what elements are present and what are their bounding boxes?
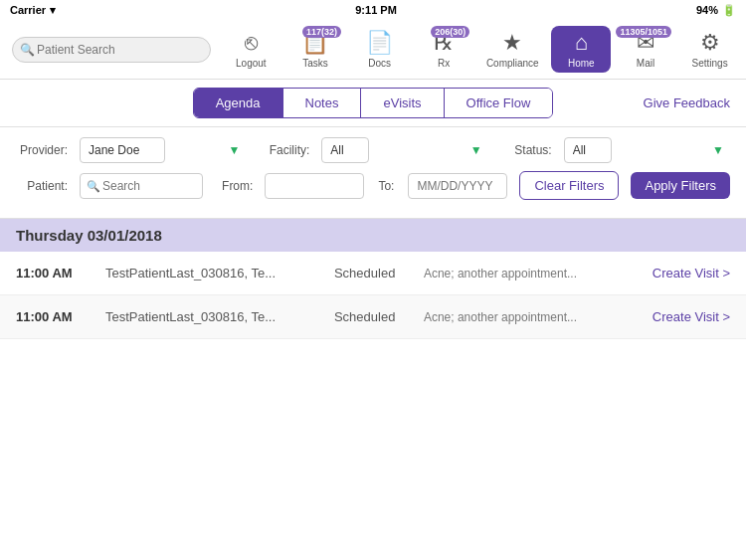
appointment-note: Acne; another appointment... [424,310,653,324]
create-visit-link[interactable]: Create Visit > [653,309,730,324]
nav-items: ⎋Logout117(32)📋Tasks📄Docs206(30)℞Rx★Comp… [219,26,742,73]
logout-icon: ⎋ [245,30,258,56]
nav-label-tasks: Tasks [302,58,328,69]
patient-search-icon: 🔍 [87,179,100,192]
nav-item-docs[interactable]: 📄Docs [350,26,410,73]
search-icon: 🔍 [20,43,35,57]
provider-select[interactable]: Jane Doe [80,137,165,163]
from-date-input[interactable]: 03/01/2018 [265,173,364,199]
nav-item-tasks[interactable]: 117(32)📋Tasks [285,26,345,73]
status-label: Status: [500,143,552,157]
wifi-icon: ▾ [50,4,56,17]
appointment-time: 11:00 AM [16,266,105,280]
to-label: To: [376,179,396,193]
tab-officeflow[interactable]: Office Flow [445,89,553,117]
provider-label: Provider: [16,143,68,157]
nav-item-logout[interactable]: ⎋Logout [221,26,280,73]
facility-select[interactable]: All [321,137,369,163]
facility-label: Facility: [258,143,309,157]
give-feedback-link[interactable]: Give Feedback [644,95,730,110]
status-bar: Carrier ▾ 9:11 PM 94% 🔋 [0,0,746,20]
tab-notes[interactable]: Notes [283,89,362,117]
carrier-label: Carrier [10,4,46,16]
appointment-note: Acne; another appointment... [424,267,653,280]
nav-badge-rx: 206(30) [431,26,469,38]
agenda-content: Thursday 03/01/201811:00 AMTestPatientLa… [0,219,746,339]
nav-bar: 🔍 ⎋Logout117(32)📋Tasks📄Docs206(30)℞Rx★Co… [0,20,746,80]
nav-label-mail: Mail [637,58,654,69]
nav-label-rx: Rx [438,58,450,69]
home-icon: ⌂ [575,30,588,56]
appointment-time: 11:00 AM [16,309,105,324]
appointment-status: Scheduled [334,309,424,324]
battery-icon: 🔋 [722,4,736,17]
appointment-patient: TestPatientLast_030816, Te... [105,309,334,324]
docs-icon: 📄 [366,30,393,56]
appointment-patient: TestPatientLast_030816, Te... [105,266,334,280]
appointment-row: 11:00 AMTestPatientLast_030816, Te...Sch… [0,295,746,339]
provider-chevron-icon: ▼ [228,143,240,157]
settings-icon: ⚙ [700,30,720,56]
patient-label: Patient: [16,179,68,193]
nav-badge-tasks: 117(32) [302,26,341,38]
nav-label-logout: Logout [236,58,267,69]
compliance-icon: ★ [502,30,522,56]
patient-search-container: 🔍 [12,37,211,63]
time-label: 9:11 PM [355,4,397,16]
clear-filters-button[interactable]: Clear Filters [519,171,619,200]
apply-filters-button[interactable]: Apply Filters [631,172,730,199]
tab-bar: AgendaNoteseVisitsOffice Flow Give Feedb… [0,80,746,127]
patient-nav-search-input[interactable] [12,37,211,63]
filters-panel: Provider: Jane Doe ▼ Facility: All ▼ Sta… [0,127,746,219]
tab-evisits[interactable]: eVisits [361,89,444,117]
status-chevron-icon: ▼ [712,143,724,157]
appointment-row: 11:00 AMTestPatientLast_030816, Te...Sch… [0,252,746,295]
to-date-input[interactable] [408,173,507,199]
nav-label-settings: Settings [692,58,728,69]
appointment-status: Scheduled [334,266,424,280]
nav-badge-mail: 11305/1051 [616,26,671,38]
create-visit-link[interactable]: Create Visit > [653,266,730,280]
tab-group: AgendaNoteseVisitsOffice Flow [193,88,554,118]
nav-label-compliance: Compliance [486,58,539,69]
nav-item-home[interactable]: ⌂Home [551,26,611,73]
from-label: From: [215,179,253,193]
nav-item-settings[interactable]: ⚙Settings [680,26,740,73]
nav-item-mail[interactable]: 11305/1051✉Mail [616,26,675,73]
date-section-header: Thursday 03/01/2018 [0,219,746,252]
nav-label-docs: Docs [368,58,391,69]
nav-label-home: Home [568,58,595,69]
tab-agenda[interactable]: Agenda [194,89,283,117]
nav-item-compliance[interactable]: ★Compliance [478,26,547,73]
battery-label: 94% [696,4,718,16]
facility-chevron-icon: ▼ [470,143,482,157]
status-select[interactable]: All [564,137,612,163]
nav-item-rx[interactable]: 206(30)℞Rx [414,26,473,73]
